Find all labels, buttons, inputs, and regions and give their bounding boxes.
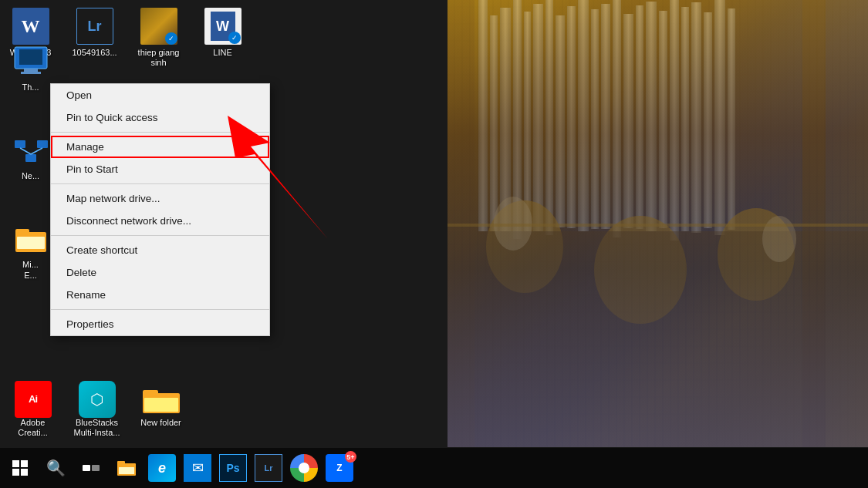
desktop-icon-line[interactable]: W ✓ LINE — [194, 8, 252, 68]
menu-item-map-drive[interactable]: Map network drive... — [51, 187, 269, 210]
checkmark-overlay: ✓ — [165, 32, 177, 45]
menu-separator-3 — [51, 235, 269, 236]
svg-rect-9 — [567, 6, 576, 228]
context-menu: Open Pin to Quick access Manage Pin to S… — [50, 83, 270, 336]
desktop-icon-bluestacks[interactable]: ⬡ BlueStacksMulti-Insta... — [68, 381, 126, 438]
menu-item-rename[interactable]: Rename — [51, 284, 269, 306]
explorer-icon — [117, 458, 137, 478]
icon-label-adobe: AdobeCreati... — [18, 418, 48, 438]
icon-label-photo: thiep giangsinh — [138, 48, 180, 68]
chrome-icon — [290, 454, 318, 482]
svg-rect-35 — [24, 69, 38, 72]
wallpaper — [448, 0, 868, 447]
svg-rect-19 — [681, 7, 689, 231]
svg-rect-27 — [448, 231, 868, 447]
svg-rect-14 — [623, 14, 633, 228]
lightroom-button[interactable]: Lr — [252, 451, 285, 485]
desktop: W Word 2013 Lr 10549163... ✓ thiep giang… — [0, 0, 868, 488]
mail-button[interactable]: ✉ — [181, 451, 214, 485]
icon-label-thispc: Th... — [22, 82, 39, 93]
icon-label-newfolder: New folder — [140, 418, 181, 428]
svg-rect-13 — [613, 0, 621, 237]
menu-item-open[interactable]: Open — [51, 84, 269, 106]
svg-rect-20 — [691, 2, 701, 233]
menu-separator-2 — [51, 183, 269, 184]
taskview-icon — [83, 465, 100, 471]
mail-icon: ✉ — [184, 454, 211, 482]
menu-item-properties[interactable]: Properties — [51, 313, 269, 335]
photoshop-icon: Ps — [219, 454, 247, 482]
edge-button[interactable]: e — [145, 451, 179, 485]
icon-label-line: LINE — [213, 48, 231, 58]
svg-rect-18 — [670, 0, 679, 241]
desktop-icon-adobe[interactable]: Ai AdobeCreati... — [4, 381, 62, 438]
svg-rect-23 — [728, 8, 735, 230]
svg-rect-32 — [448, 224, 868, 227]
menu-item-pin-quick[interactable]: Pin to Quick access — [51, 106, 269, 129]
menu-separator-1 — [51, 132, 269, 133]
explorer-button[interactable] — [110, 451, 144, 485]
svg-rect-0 — [448, 0, 868, 447]
menu-item-create-shortcut[interactable]: Create shortcut — [51, 239, 269, 261]
desktop-icon-newfolder[interactable]: New folder — [132, 381, 190, 438]
svg-rect-39 — [25, 154, 36, 162]
svg-rect-22 — [714, 0, 725, 235]
lightroom-icon: Lr — [255, 454, 282, 482]
icon-label-misc: Mi...E... — [22, 260, 39, 280]
zalo-icon: Z 5+ — [326, 454, 353, 482]
photoshop-button[interactable]: Ps — [216, 451, 250, 485]
icon-label-network: Ne... — [22, 171, 39, 181]
svg-rect-36 — [21, 72, 41, 74]
svg-rect-43 — [15, 229, 29, 235]
menu-item-pin-start[interactable]: Pin to Start — [51, 158, 269, 180]
icon-label-lightroom: 10549163... — [72, 48, 117, 58]
svg-point-26 — [718, 208, 795, 301]
svg-rect-28 — [802, 0, 826, 447]
svg-rect-44 — [17, 237, 45, 249]
svg-rect-2 — [490, 15, 498, 231]
taskbar: 🔍 e ✉ Ps — [0, 448, 868, 488]
svg-rect-6 — [533, 4, 543, 231]
svg-rect-8 — [556, 15, 565, 227]
svg-rect-38 — [37, 140, 48, 148]
svg-line-40 — [20, 148, 31, 154]
svg-rect-49 — [144, 398, 178, 412]
svg-rect-29 — [448, 0, 475, 447]
search-button[interactable]: 🔍 — [39, 451, 73, 485]
svg-rect-16 — [646, 2, 657, 231]
taskview-button[interactable] — [74, 451, 108, 485]
windows-logo — [12, 460, 28, 476]
icon-label-bluestacks: BlueStacksMulti-Insta... — [74, 418, 120, 438]
edge-icon: e — [148, 454, 176, 482]
search-icon: 🔍 — [46, 459, 66, 477]
svg-rect-52 — [119, 467, 134, 474]
svg-rect-15 — [636, 5, 643, 229]
svg-rect-37 — [15, 140, 25, 148]
desktop-icon-lightroom[interactable]: Lr 10549163... — [66, 8, 123, 68]
desktop-icon-photo[interactable]: ✓ thiep giangsinh — [130, 8, 187, 68]
svg-line-41 — [31, 148, 42, 154]
svg-rect-34 — [19, 49, 42, 65]
bluestacks-icon-img: ⬡ — [79, 381, 116, 418]
svg-point-30 — [494, 197, 532, 251]
svg-point-24 — [486, 200, 563, 293]
menu-separator-4 — [51, 309, 269, 310]
svg-rect-21 — [704, 12, 712, 228]
zalo-badge: 5+ — [345, 451, 356, 463]
menu-item-delete[interactable]: Delete — [51, 261, 269, 284]
svg-rect-17 — [659, 11, 667, 228]
svg-rect-11 — [591, 9, 599, 229]
menu-item-disconnect[interactable]: Disconnect network drive... — [51, 210, 269, 232]
svg-rect-12 — [601, 4, 610, 229]
adobe-icon-img: Ai — [15, 381, 52, 418]
chrome-button[interactable] — [287, 451, 321, 485]
svg-rect-3 — [500, 8, 511, 231]
svg-rect-1 — [478, 0, 488, 231]
start-button[interactable] — [3, 451, 37, 485]
zalo-button[interactable]: Z 5+ — [323, 451, 356, 485]
menu-item-manage[interactable]: Manage — [51, 136, 269, 158]
svg-rect-48 — [143, 390, 158, 396]
svg-rect-5 — [524, 12, 531, 231]
folder-icon-img — [143, 381, 180, 418]
svg-rect-7 — [545, 0, 553, 235]
